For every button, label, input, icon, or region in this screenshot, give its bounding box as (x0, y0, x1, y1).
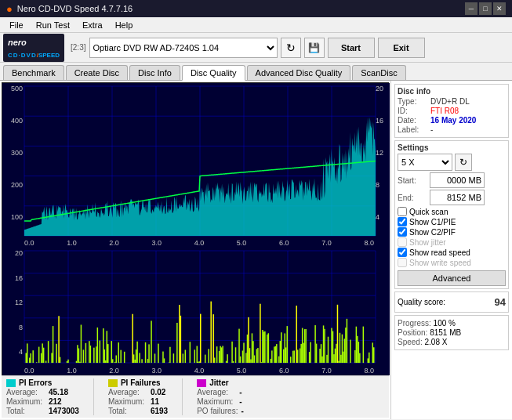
save-button[interactable]: 💾 (304, 38, 325, 58)
legend-bar: PI Errors Average: 45.18 Maximum: 212 To… (2, 375, 389, 418)
chart-bottom: 20 16 12 8 4 0.0 1.0 2.0 3.0 4.0 5.0 6.0… (2, 248, 389, 375)
legend-jitter: Jitter Average: - Maximum: - PO failures… (197, 378, 244, 415)
chart-top-y-200: 200 (2, 181, 24, 189)
chart-top-y-100: 100 (2, 213, 24, 221)
tabs: Benchmark Create Disc Disc Info Disc Qua… (0, 63, 512, 81)
speed-row: 5 X ↻ (398, 154, 506, 171)
chart-top: 500 400 300 200 100 20 16 12 8 4 0.0 1.0… (2, 82, 389, 248)
quick-scan-label: Quick scan (409, 208, 448, 216)
pi-avg-value: 45.18 (49, 388, 68, 396)
chart-bot-y-8: 8 (2, 324, 24, 331)
speed-value: 2.08 X (424, 338, 447, 346)
chart-top-y-300: 300 (2, 149, 24, 157)
pi-failures-title: PI Failures (121, 378, 161, 387)
maximize-button[interactable]: □ (479, 2, 492, 15)
chart-top-x-7: 7.0 (321, 239, 332, 247)
pi-max-label: Maximum: (6, 397, 45, 406)
toolbar: nero CD·DVD/SPEED [2:3] Optiarc DVD RW A… (0, 33, 512, 63)
show-c2-pif-checkbox[interactable] (398, 227, 407, 237)
quick-scan-checkbox[interactable] (398, 207, 407, 216)
disc-type-row: Type: DVD+R DL (398, 97, 506, 106)
speed-select[interactable]: 5 X (398, 154, 452, 171)
pi-failures-color (108, 379, 118, 387)
disc-id-value: FTI R08 (430, 107, 459, 115)
minimize-button[interactable]: ─ (465, 2, 478, 15)
show-c1-pie-checkbox[interactable] (398, 217, 407, 226)
chart-bot-y-16: 16 (2, 274, 24, 282)
chart-bot-x-6: 6.0 (279, 367, 289, 375)
j-max-value: - (239, 397, 241, 406)
chart-top-yr-4: 4 (374, 213, 388, 221)
speed-row: Speed: 2.08 X (398, 338, 506, 346)
show-jitter-checkbox (398, 237, 407, 247)
po-failures-value: - (241, 407, 243, 415)
advanced-button[interactable]: Advanced (398, 270, 506, 286)
settings-title: Settings (398, 143, 506, 152)
settings-section: Settings 5 X ↻ Start: End: Quick scan (394, 140, 509, 289)
tab-create-disc[interactable]: Create Disc (66, 65, 128, 80)
tab-disc-quality[interactable]: Disc Quality (182, 65, 245, 81)
pif-total-value: 6193 (151, 407, 168, 415)
disc-info-section: Disc info Type: DVD+R DL ID: FTI R08 Dat… (394, 84, 509, 138)
chart-top-y-400: 400 (2, 117, 24, 125)
chart-bot-y-4: 4 (2, 348, 24, 356)
show-read-speed-checkbox[interactable] (398, 248, 407, 257)
chart-top-yr-12: 12 (374, 149, 388, 157)
end-row: End: (398, 190, 506, 205)
show-jitter-row: Show jitter (398, 237, 506, 247)
disc-type-label: Type: (398, 97, 427, 106)
pi-total-label: Total: (6, 407, 45, 415)
disc-date-label: Date: (398, 116, 427, 125)
tab-disc-info[interactable]: Disc Info (129, 65, 180, 80)
chart-container: 500 400 300 200 100 20 16 12 8 4 0.0 1.0… (2, 82, 389, 418)
chart-top-x-8: 8.0 (364, 239, 374, 247)
chart-bot-y-20: 20 (2, 249, 24, 257)
chart-top-yr-20: 20 (374, 85, 388, 92)
menu-run-test[interactable]: Run Test (30, 19, 76, 31)
main-content: 500 400 300 200 100 20 16 12 8 4 0.0 1.0… (0, 81, 512, 419)
end-label: End: (398, 194, 427, 202)
j-max-label: Maximum: (197, 397, 236, 406)
quality-score-value: 94 (495, 296, 506, 308)
chart-top-y-500: 500 (2, 85, 24, 92)
tab-advanced-disc-quality[interactable]: Advanced Disc Quality (247, 65, 351, 80)
exit-button[interactable]: Exit (378, 38, 425, 58)
refresh-button[interactable]: ↻ (281, 38, 301, 58)
end-input[interactable] (430, 190, 485, 205)
show-write-speed-checkbox (398, 258, 407, 267)
chart-bot-x-4: 4.0 (194, 367, 205, 375)
drive-select[interactable]: Optiarc DVD RW AD-7240S 1.04 (89, 38, 278, 58)
nero-logo: nero CD·DVD/SPEED (3, 34, 64, 62)
quality-score-section: Quality score: 94 (394, 291, 509, 313)
disc-info-title: Disc info (398, 87, 506, 96)
menu-file[interactable]: File (3, 19, 30, 31)
start-input[interactable] (430, 172, 485, 188)
tab-benchmark[interactable]: Benchmark (3, 65, 64, 80)
app-title: Nero CD-DVD Speed 4.7.7.16 (17, 4, 133, 13)
pif-avg-value: 0.02 (151, 388, 165, 396)
chart-top-x-4: 4.0 (194, 239, 205, 247)
chart-top-x-6: 6.0 (279, 239, 289, 247)
close-button[interactable]: ✕ (493, 2, 506, 15)
show-write-speed-row: Show write speed (398, 258, 506, 267)
menu-help[interactable]: Help (109, 19, 140, 31)
speed-label: Speed: (398, 338, 423, 346)
disc-id-row: ID: FTI R08 (398, 107, 506, 115)
speed-refresh-button[interactable]: ↻ (455, 154, 472, 171)
start-button[interactable]: Start (328, 38, 375, 58)
disc-date-row: Date: 16 May 2020 (398, 116, 506, 125)
position-label: Position: (398, 328, 427, 337)
progress-value: 100 % (434, 319, 456, 328)
chart-bot-x-8: 8.0 (364, 367, 374, 375)
pif-max-label: Maximum: (108, 397, 147, 406)
legend-pi-errors: PI Errors Average: 45.18 Maximum: 212 To… (6, 378, 79, 415)
menu-extra[interactable]: Extra (76, 19, 109, 31)
tab-scan-disc[interactable]: ScanDisc (352, 65, 405, 80)
legend-divider-1 (93, 378, 94, 415)
pi-errors-title: PI Errors (19, 378, 52, 387)
start-row: Start: (398, 172, 506, 188)
pi-total-value: 1473003 (49, 407, 79, 415)
position-value: 8151 MB (430, 328, 461, 337)
save-icon: 💾 (308, 42, 320, 53)
disc-label-value: - (430, 125, 433, 134)
